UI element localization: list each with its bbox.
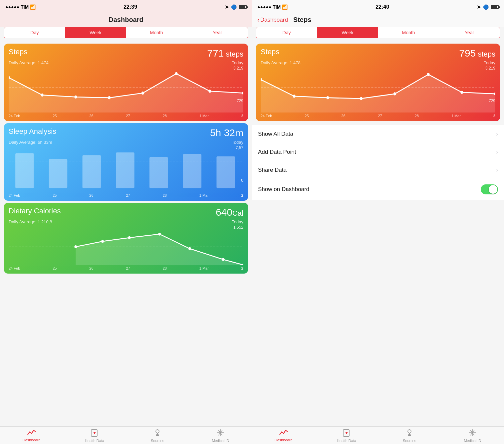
sleep-card-left[interactable]: Sleep Analysis 5h 32m Daily Average: 6h … <box>4 123 248 201</box>
steps-avg-left: Daily Average: 1.474 <box>9 60 49 65</box>
svg-point-5 <box>108 96 111 99</box>
calories-chart-left: 1.552 <box>4 225 248 265</box>
svg-point-4 <box>74 96 77 99</box>
tab-health-right[interactable]: Health Data <box>315 429 378 443</box>
svg-point-8 <box>208 90 211 93</box>
cards-container-left: Steps 771 steps Daily Average: 1.474 Tod… <box>0 42 252 426</box>
page-title-left: Dashboard <box>109 16 143 23</box>
steps-avg-right: Daily Average: 1.478 <box>261 60 301 65</box>
svg-marker-19 <box>76 234 243 265</box>
tab-dashboard-right[interactable]: Dashboard <box>252 429 315 443</box>
signal-left: ●●●●● TIM 📶 <box>5 4 36 10</box>
segment-week-left[interactable]: Week <box>65 27 126 38</box>
health-data-icon-left <box>91 429 99 438</box>
carrier-right: ●●●●● TIM <box>257 4 281 10</box>
svg-point-6 <box>141 92 144 95</box>
segment-day-right[interactable]: Day <box>256 27 317 38</box>
calories-big-left: 640 <box>216 207 232 218</box>
svg-point-24 <box>188 247 191 250</box>
sleep-avg-left: Daily Average: 6h 33m <box>9 140 52 145</box>
tab-sources-left[interactable]: Sources <box>126 429 189 443</box>
svg-rect-17 <box>216 156 235 188</box>
carrier-left: ●●●●● TIM <box>5 4 29 10</box>
calories-avg-left: Daily Average: 1.210,8 <box>9 219 52 224</box>
time-right: 22:40 <box>376 4 389 10</box>
add-data-point-row[interactable]: Add Data Point › <box>252 143 504 161</box>
tab-sources-right[interactable]: Sources <box>378 429 441 443</box>
sleep-value-left: 5h 32m <box>210 127 243 138</box>
medical-icon-right <box>468 429 476 438</box>
show-on-dashboard-toggle[interactable] <box>481 184 498 194</box>
detail-section-right: Show All Data › Add Data Point › Share D… <box>252 125 504 200</box>
tab-health-label-left: Health Data <box>85 439 104 443</box>
tab-health-left[interactable]: Health Data <box>63 429 126 443</box>
steps-time-right: Today <box>484 60 495 65</box>
back-button-right[interactable]: ‹ Dashboard <box>257 16 288 24</box>
show-on-dashboard-row[interactable]: Show on Dashboard <box>252 179 504 200</box>
svg-point-25 <box>222 258 225 261</box>
segment-month-right[interactable]: Month <box>378 27 439 38</box>
segment-month-left[interactable]: Month <box>126 27 187 38</box>
tab-dashboard-left[interactable]: Dashboard <box>0 429 63 443</box>
tab-sources-label-right: Sources <box>403 439 416 443</box>
segment-year-left[interactable]: Year <box>187 27 248 38</box>
steps-big-right: 795 <box>459 48 476 59</box>
wifi-icon: 📶 <box>30 4 36 10</box>
calories-top-val-left: 1.552 <box>233 225 243 230</box>
svg-point-21 <box>101 240 104 243</box>
show-all-data-label: Show All Data <box>258 131 293 137</box>
tab-medical-left[interactable]: Medical ID <box>189 429 252 443</box>
svg-rect-15 <box>149 157 168 188</box>
tab-medical-label-right: Medical ID <box>464 439 481 443</box>
tab-medical-right[interactable]: Medical ID <box>441 429 504 443</box>
steps-card-right[interactable]: Steps 795 steps Daily Average: 1.478 Tod… <box>256 44 500 121</box>
sleep-title-left: Sleep Analysis <box>9 127 56 138</box>
svg-point-34 <box>360 97 363 100</box>
show-on-dashboard-label: Show on Dashboard <box>258 186 309 193</box>
segment-week-right[interactable]: Week <box>317 27 378 38</box>
svg-point-32 <box>293 95 296 98</box>
svg-marker-30 <box>261 75 495 112</box>
tab-sources-label-left: Sources <box>151 439 164 443</box>
steps-chart-right: 3.219 729 <box>256 66 500 112</box>
battery-icon-right <box>491 5 499 9</box>
signal-right: ●●●●● TIM 📶 <box>257 4 288 10</box>
calories-time-left: Today <box>232 219 243 224</box>
steps-top-val-left: 3.219 <box>233 66 243 71</box>
segment-control-left[interactable]: Day Week Month Year <box>4 27 248 38</box>
share-data-row[interactable]: Share Data › <box>252 161 504 179</box>
location-icon: ➤ <box>225 4 229 10</box>
page-title-right: Steps <box>293 16 311 24</box>
status-bar-right: ●●●●● TIM 📶 22:40 ➤ 🔵 <box>252 0 504 14</box>
steps-unit-right: steps <box>476 50 495 58</box>
segment-day-left[interactable]: Day <box>4 27 65 38</box>
sleep-chart-left: 7,57 0 <box>4 145 248 192</box>
calories-title-left: Dietary Calories <box>9 207 61 218</box>
tab-dashboard-label-left: Dashboard <box>23 438 41 442</box>
sleep-time-left: Today <box>232 140 243 145</box>
svg-rect-11 <box>15 153 34 188</box>
svg-point-28 <box>156 430 159 433</box>
tab-medical-label-left: Medical ID <box>212 439 229 443</box>
share-data-label: Share Data <box>258 167 287 173</box>
sources-icon-right <box>405 429 413 438</box>
health-data-icon-right <box>343 429 351 438</box>
tab-health-label-right: Health Data <box>337 439 356 443</box>
svg-point-7 <box>175 72 178 75</box>
status-right-left: ➤ 🔵 <box>225 4 247 10</box>
segment-control-right[interactable]: Day Week Month Year <box>256 27 500 38</box>
steps-big-left: 771 <box>207 48 224 59</box>
sources-icon-left <box>153 429 161 438</box>
calories-card-left[interactable]: Dietary Calories 640Cal Daily Average: 1… <box>4 203 248 274</box>
toggle-knob <box>489 185 497 194</box>
svg-point-20 <box>74 245 77 248</box>
svg-marker-1 <box>9 74 243 112</box>
location-icon-right: ➤ <box>477 4 481 10</box>
steps-title-left: Steps <box>9 48 27 59</box>
steps-card-left[interactable]: Steps 771 steps Daily Average: 1.474 Tod… <box>4 44 248 121</box>
segment-year-right[interactable]: Year <box>439 27 500 38</box>
nav-bar-left: Dashboard <box>0 14 252 27</box>
medical-icon-left <box>216 429 224 438</box>
left-screen: ●●●●● TIM 📶 22:39 ➤ 🔵 Dashboard Day Week… <box>0 0 252 444</box>
show-all-data-row[interactable]: Show All Data › <box>252 125 504 143</box>
